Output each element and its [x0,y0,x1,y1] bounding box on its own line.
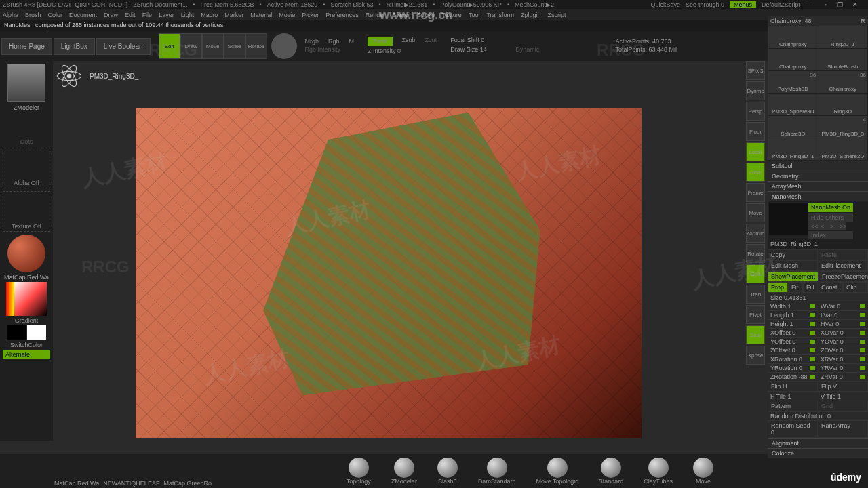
xrvar-slider[interactable]: XRVar 0 [818,355,868,363]
length-slider[interactable]: Length 1 [768,311,818,319]
flip-v-button[interactable]: Flip V [818,381,868,392]
random-seed-slider[interactable]: Random Seed 0 [768,420,818,438]
material-matcap-greenro[interactable]: MatCap GreenRo [163,480,212,487]
zadd-button[interactable]: Zadd [368,37,393,46]
zsub-button[interactable]: Zsub [402,37,416,46]
tool-chainproxy[interactable]: 36Chainproxy [818,71,868,93]
menu-brush[interactable]: Brush [25,12,41,18]
brush-thumbnail[interactable] [7,64,45,102]
zrotation-slider[interactable]: ZRotation -88 [768,373,818,381]
focal-shift-slider[interactable]: Focal Shift 0 [450,37,539,43]
tool-chainproxy[interactable]: Chainproxy [768,26,818,48]
menu-transform[interactable]: Transform [486,12,514,18]
floor-button[interactable]: Floor [746,122,765,141]
tool-simplebrush[interactable]: SimpleBrush [818,49,868,70]
brush-slash3[interactable]: Slash3 [437,458,458,485]
vtile-slider[interactable]: V Tile 1 [818,392,868,401]
section-subtool[interactable]: Subtool [768,161,868,171]
const-button[interactable]: Const [818,282,843,293]
fit-button[interactable]: Fit [788,282,803,293]
nanomesh-on-button[interactable]: NanoMesh On [808,203,853,212]
xpose-button[interactable]: Xpose [746,346,765,365]
nav-arrow[interactable]: < [818,222,827,230]
menu-document[interactable]: Document [69,12,97,18]
grid-button[interactable]: Grid [818,401,868,411]
menu-macro[interactable]: Macro [201,12,218,18]
tool-ring3d_1[interactable]: Ring3D_1 [818,26,868,48]
swatch-white[interactable] [27,325,46,340]
zoffset-slider[interactable]: ZOffset 0 [768,346,818,354]
grid-button[interactable]: Grid [746,264,765,283]
menu-file[interactable]: File [142,12,153,18]
index-field[interactable]: Index [808,231,853,239]
hide-others-button[interactable]: Hide Others [808,214,853,222]
solo-button[interactable]: Solo [746,325,765,344]
brush-claytubes[interactable]: ClayTubes [644,458,673,485]
xovar-slider[interactable]: XOVar 0 [818,329,868,337]
yovar-slider[interactable]: YOVar 0 [818,338,868,346]
tool-pm3d_sphere3d[interactable]: PM3D_Sphere3D [818,138,868,160]
menu-zscript[interactable]: Zscript [548,12,566,18]
mrgb-button[interactable]: Mrgb [305,38,319,45]
z-intensity-slider[interactable]: Z Intensity 0 [368,47,401,54]
menu-color[interactable]: Color [48,12,63,18]
tool-pm3d_sphere3d[interactable]: PM3D_Sphere3D [768,94,818,115]
menu-tool[interactable]: Tool [469,12,480,18]
stroke-dots[interactable]: Dots [0,138,53,145]
rotate-mode-button[interactable]: Rotate [245,33,267,59]
nano-thumbnail[interactable] [769,203,808,235]
height-slider[interactable]: Height 1 [768,320,818,328]
home-button[interactable]: Home Page [1,38,52,55]
flip-h-button[interactable]: Flip H [768,381,818,392]
menu-texture[interactable]: Texture [441,12,462,18]
menu-alpha[interactable]: Alpha [3,12,18,18]
restore-icon[interactable]: ❐ [835,1,845,8]
nav-arrow[interactable]: > [827,222,837,230]
tool-pm3d_ring3d_1[interactable]: PM3D_Ring3D_1 [768,138,818,160]
material-sphere[interactable] [7,235,45,272]
xrotation-slider[interactable]: XRotation 0 [768,355,818,363]
close-icon[interactable]: ✕ [850,1,860,8]
menu-marker[interactable]: Marker [224,12,243,18]
menu-material[interactable]: Material [250,12,272,18]
clip-button[interactable]: Clip [843,282,868,293]
maximize-icon[interactable]: ▫ [821,1,830,8]
zcut-button[interactable]: Zcut [425,37,437,46]
menu-layer[interactable]: Layer [159,12,174,18]
pivot-button[interactable]: Pivot [746,305,765,324]
tran-button[interactable]: Tran [746,285,765,304]
menu-movie[interactable]: Movie [279,12,295,18]
tool-polymesh3d[interactable]: 36PolyMesh3D [768,71,818,93]
edit-mesh-button[interactable]: Edit Mesh [768,260,818,271]
brush-standard[interactable]: Standard [599,458,624,485]
rgb-button[interactable]: Rgb [328,38,340,45]
menu-edit[interactable]: Edit [125,12,136,18]
tool-chainproxy[interactable]: Chainproxy [768,49,818,70]
material-matcap-red-wa[interactable]: MatCap Red Wa [54,480,99,487]
section-nanomesh[interactable]: NanoMesh [768,191,868,201]
persp-button[interactable]: Persp [746,102,765,121]
edit-mode-button[interactable]: Edit [159,33,180,59]
dynmc-button[interactable]: Dynmc [746,81,765,100]
default-zscript[interactable]: DefaultZScript [762,1,800,8]
local-button[interactable]: Local [746,142,765,161]
zoomin-button[interactable]: ZoomIn [746,224,765,243]
menu-preferences[interactable]: Preferences [326,12,359,18]
alternate-button[interactable]: Alternate [3,350,50,359]
move-mode-button[interactable]: Move [202,33,224,59]
texture-slot[interactable]: Texture Off [3,191,50,232]
zovar-slider[interactable]: ZOVar 0 [818,346,868,354]
switch-color[interactable]: SwitchColor [0,342,53,348]
menu-stencil[interactable]: Stencil [392,12,410,18]
gradient-toggle[interactable]: Gradient [0,317,53,324]
frame-button[interactable]: Frame [746,183,765,202]
swatch-black[interactable] [7,325,26,340]
dynamic-toggle[interactable]: Dynamic [515,46,539,53]
wvar-slider[interactable]: WVar 0 [818,302,868,310]
menu-stroke[interactable]: Stroke [417,12,435,18]
alignment-section[interactable]: Alignment [768,438,868,448]
edit-placement-button[interactable]: EditPlacement [818,260,868,271]
yrvar-slider[interactable]: YRVar 0 [818,364,868,372]
r-button[interactable]: R [861,18,866,24]
menu-light[interactable]: Light [181,12,195,18]
